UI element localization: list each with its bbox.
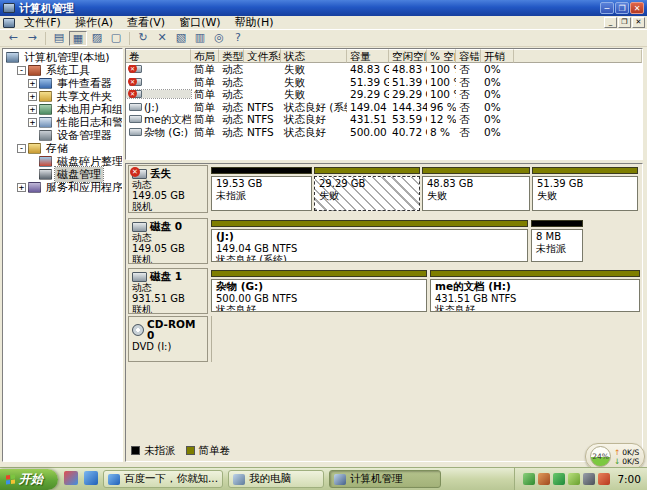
properties-icon[interactable]: ▧ <box>172 31 190 46</box>
volume-cell-pct: 12 % <box>427 113 456 125</box>
legend-swatch <box>131 446 140 455</box>
tray-security-icon[interactable] <box>598 473 610 485</box>
volume-row-2[interactable]: 简单动态失败29.29 GB29.29 GB100 %否0% <box>126 88 642 101</box>
show-console-tree-icon[interactable]: ▦ <box>69 31 87 46</box>
tree-expander-icon[interactable]: + <box>28 79 37 88</box>
volume-cell-free: 29.29 GB <box>389 88 427 100</box>
partition-line: 51.39 GB <box>537 178 633 190</box>
disk-descriptor-line: 149.05 GB <box>132 243 204 254</box>
menu-item-2[interactable]: 查看(V) <box>120 16 172 29</box>
partition-2-1[interactable]: me的文档 (H:)431.51 GB NTFS状态良好 <box>430 270 640 312</box>
sidebar-item-10[interactable]: +服务和应用程序 <box>3 181 122 194</box>
partition-0-2[interactable]: 48.83 GB失败 <box>422 167 530 211</box>
up-level-icon[interactable]: ▤ <box>50 31 68 46</box>
start-button[interactable]: 开始 <box>0 469 58 490</box>
tree-expander-icon[interactable]: + <box>28 92 37 101</box>
find-icon[interactable]: ◎ <box>210 31 228 46</box>
disk-descriptor-3[interactable]: CD-ROM 0DVD (I:) 无媒体 <box>128 316 208 362</box>
tray-volume-icon[interactable] <box>538 473 550 485</box>
taskbar: 开始 百度一下，你就知...我的电脑计算机管理 7:00 <box>0 467 647 490</box>
column-header-7[interactable]: % 空闲 <box>427 49 456 63</box>
open-folder-icon[interactable]: ▥ <box>191 31 209 46</box>
help-icon[interactable]: ? <box>229 31 247 46</box>
column-header-9[interactable]: 开销 <box>481 49 514 63</box>
forward-icon[interactable]: → <box>23 31 41 46</box>
delete-icon[interactable]: ✕ <box>153 31 171 46</box>
system-tray: 7:00 <box>514 468 647 490</box>
column-header-4[interactable]: 状态 <box>281 49 347 63</box>
volume-cell-layout: 简单 <box>191 113 219 125</box>
tray-ie-icon[interactable] <box>523 473 535 485</box>
back-icon[interactable]: ← <box>4 31 22 46</box>
upload-arrow-icon: ↑ <box>614 448 620 457</box>
tray-360-icon[interactable] <box>553 473 565 485</box>
legend-item-0: 未指派 <box>131 444 176 458</box>
partition-box: 29.29 GB失败 <box>314 176 420 211</box>
menu-item-4[interactable]: 帮助(H) <box>228 16 281 29</box>
task-button-2[interactable]: 计算机管理 <box>329 470 441 488</box>
column-header-3[interactable]: 文件系统 <box>244 49 281 63</box>
tray-device-icon[interactable] <box>583 473 595 485</box>
task-button-0[interactable]: 百度一下，你就知... <box>103 470 223 488</box>
net-speed-widget[interactable]: 24% ↑0K/S ↓0K/S <box>585 443 645 470</box>
quicklaunch-360-icon[interactable] <box>64 471 78 485</box>
disk-descriptor-line: 脱机 <box>132 201 204 212</box>
export-list-icon[interactable]: ▨ <box>88 31 106 46</box>
menu-item-3[interactable]: 窗口(W) <box>172 16 227 29</box>
services-applications-icon <box>28 182 41 193</box>
column-header-1[interactable]: 布局 <box>191 49 219 63</box>
tree-expander-icon[interactable]: + <box>17 183 26 192</box>
disk-descriptor-1[interactable]: 磁盘 0动态149.05 GB联机 <box>128 218 208 264</box>
volume-cell-pct: 100 % <box>427 76 456 88</box>
minimize-button[interactable]: ─ <box>600 2 614 14</box>
tree-expander-icon[interactable]: - <box>17 66 26 75</box>
column-header-2[interactable]: 类型 <box>219 49 244 63</box>
task-buttons: 百度一下，你就知...我的电脑计算机管理 <box>98 470 441 488</box>
tree-expander-icon[interactable]: + <box>28 105 37 114</box>
menu-items: 文件(F)操作(A)查看(V)窗口(W)帮助(H) <box>17 16 280 30</box>
volume-row-3[interactable]: (J:)简单动态NTFS状态良好 (系统)149.04 GB144.34 GB9… <box>126 101 642 114</box>
disk-descriptor-2[interactable]: 磁盘 1动态931.51 GB联机 <box>128 268 208 314</box>
volume-row-4[interactable]: me的文档 (H:)简单动态NTFS状态良好431.51 GB53.59 GB1… <box>126 113 642 126</box>
partition-1-1[interactable]: 8 MB未指派 <box>531 220 583 262</box>
column-header-0[interactable]: 卷 <box>126 49 191 63</box>
volume-cell-layout: 简单 <box>191 63 219 75</box>
quicklaunch-ie-icon[interactable] <box>84 471 98 485</box>
disk-descriptor-head: 丢失 <box>132 168 204 179</box>
menu-item-0[interactable]: 文件(F) <box>17 16 68 29</box>
restore-button[interactable]: ❐ <box>615 2 629 14</box>
volume-row-0[interactable]: 简单动态失败48.83 GB48.83 GB100 %否0% <box>126 63 642 76</box>
column-header-5[interactable]: 容量 <box>347 49 389 63</box>
partition-1-0[interactable]: (J:)149.04 GB NTFS状态良好 (系统) <box>211 220 528 262</box>
child-restore-button[interactable]: ❐ <box>618 17 631 28</box>
refresh-icon[interactable]: ↻ <box>134 31 152 46</box>
disk-descriptor-line: 联机 <box>132 304 204 314</box>
tree-expander-icon[interactable]: + <box>28 118 37 127</box>
tray-updater-icon[interactable] <box>568 473 580 485</box>
volume-cell-capacity: 149.04 GB <box>347 101 389 113</box>
disk-name: CD-ROM 0 <box>147 319 204 341</box>
new-window-icon[interactable]: ▢ <box>107 31 125 46</box>
volume-row-1[interactable]: 简单动态失败51.39 GB51.39 GB100 %否0% <box>126 76 642 89</box>
partition-line: 431.51 GB NTFS <box>435 293 635 305</box>
toolbar-separator <box>129 32 130 45</box>
taskbar-clock[interactable]: 7:00 <box>617 473 641 485</box>
device-manager-icon <box>39 130 52 141</box>
child-close-button[interactable]: ✕ <box>632 17 645 28</box>
partition-0-3[interactable]: 51.39 GB失败 <box>532 167 638 211</box>
menu-item-1[interactable]: 操作(A) <box>68 16 120 29</box>
disk-descriptor-0[interactable]: 丢失动态149.05 GB脱机 <box>128 165 208 213</box>
tree-expander-icon[interactable]: - <box>17 144 26 153</box>
column-header-6[interactable]: 空闲空间 <box>389 49 427 63</box>
child-minimize-button[interactable]: _ <box>604 17 617 28</box>
column-header-8[interactable]: 容错 <box>456 49 481 63</box>
task-button-1[interactable]: 我的电脑 <box>228 470 324 488</box>
volume-cell-layout: 简单 <box>191 88 219 100</box>
legend-item-1: 简单卷 <box>186 444 231 458</box>
close-button[interactable]: ✕ <box>630 2 644 14</box>
partition-0-0[interactable]: 19.53 GB未指派 <box>211 167 312 211</box>
partition-2-0[interactable]: 杂物 (G:)500.00 GB NTFS状态良好 <box>211 270 427 312</box>
volume-row-5[interactable]: 杂物 (G:)简单动态NTFS状态良好500.00 GB40.72 GB8 %否… <box>126 126 642 139</box>
disk-name: 磁盘 1 <box>150 271 182 282</box>
partition-0-1[interactable]: 29.29 GB失败 <box>314 167 420 211</box>
